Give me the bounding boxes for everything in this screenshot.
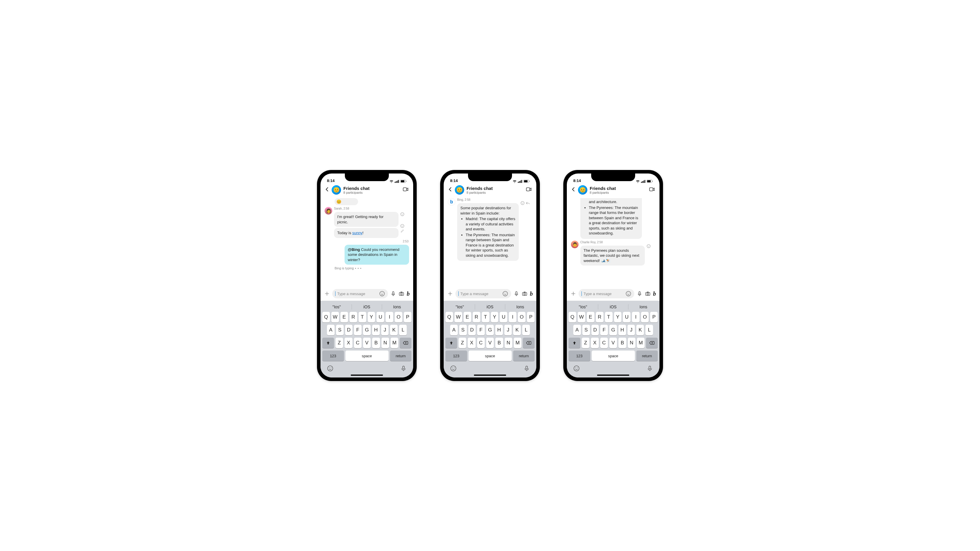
return-key[interactable]: return — [513, 351, 535, 361]
key-q[interactable]: Q — [445, 312, 453, 322]
reply-icon[interactable] — [526, 201, 530, 205]
react-icon[interactable] — [647, 244, 651, 248]
suggestion[interactable]: "Ios" — [568, 305, 598, 309]
shift-key[interactable] — [445, 338, 457, 348]
key-r[interactable]: R — [473, 312, 480, 322]
key-r[interactable]: R — [596, 312, 603, 322]
key-j[interactable]: J — [504, 325, 512, 335]
key-s[interactable]: S — [336, 325, 344, 335]
key-b[interactable]: B — [372, 338, 380, 348]
camera-button[interactable] — [399, 291, 404, 297]
back-button[interactable] — [571, 187, 576, 193]
chat-avatar[interactable]: 😊 — [578, 185, 587, 195]
key-v[interactable]: V — [363, 338, 371, 348]
key-f[interactable]: F — [600, 325, 608, 335]
key-a[interactable]: A — [573, 325, 581, 335]
key-k[interactable]: K — [390, 325, 398, 335]
key-m[interactable]: M — [391, 338, 398, 348]
delete-key[interactable] — [400, 338, 411, 348]
key-e[interactable]: E — [340, 312, 348, 322]
chat-avatar[interactable]: 😊 — [455, 185, 464, 195]
kb-emoji-button[interactable] — [450, 365, 457, 373]
key-e[interactable]: E — [587, 312, 594, 322]
key-b[interactable]: B — [619, 338, 626, 348]
key-g[interactable]: G — [486, 325, 494, 335]
key-v[interactable]: V — [609, 338, 617, 348]
bing-button[interactable]: b — [530, 291, 533, 297]
shift-key[interactable] — [322, 338, 334, 348]
key-o[interactable]: O — [641, 312, 649, 322]
mic-button[interactable] — [514, 291, 519, 297]
return-key[interactable]: return — [636, 351, 658, 361]
key-i[interactable]: I — [632, 312, 640, 322]
space-key[interactable]: space — [592, 351, 635, 361]
space-key[interactable]: space — [345, 351, 388, 361]
kb-mic-button[interactable] — [523, 365, 530, 373]
key-z[interactable]: Z — [582, 338, 589, 348]
key-k[interactable]: K — [513, 325, 521, 335]
edit-icon[interactable] — [400, 229, 404, 233]
message-input[interactable]: Type a message — [332, 289, 388, 299]
key-j[interactable]: J — [381, 325, 389, 335]
key-l[interactable]: L — [522, 325, 530, 335]
suggestion[interactable]: iOS — [475, 305, 505, 309]
message-bubble[interactable]: I'm great!! Getting ready for picnic. — [334, 212, 399, 227]
key-c[interactable]: C — [477, 338, 485, 348]
key-g[interactable]: G — [363, 325, 371, 335]
message-input[interactable]: Type a message — [579, 289, 634, 299]
key-t[interactable]: T — [359, 312, 366, 322]
suggestion[interactable]: Ions — [628, 305, 658, 309]
home-indicator[interactable] — [351, 375, 383, 376]
key-m[interactable]: M — [637, 338, 644, 348]
numeric-key[interactable]: 123 — [445, 351, 467, 361]
key-a[interactable]: A — [327, 325, 334, 335]
key-o[interactable]: O — [518, 312, 525, 322]
key-p[interactable]: P — [527, 312, 535, 322]
key-y[interactable]: Y — [491, 312, 498, 322]
key-o[interactable]: O — [395, 312, 402, 322]
mic-button[interactable] — [636, 291, 643, 297]
home-indicator[interactable] — [474, 375, 506, 376]
add-button[interactable] — [447, 291, 453, 297]
video-call-button[interactable] — [402, 186, 409, 194]
key-z[interactable]: Z — [336, 338, 343, 348]
avatar-bing[interactable]: b — [448, 198, 455, 206]
key-k[interactable]: K — [636, 325, 644, 335]
key-n[interactable]: N — [505, 338, 512, 348]
numeric-key[interactable]: 123 — [322, 351, 344, 361]
react-icon[interactable] — [520, 201, 525, 205]
back-button[interactable] — [448, 187, 452, 193]
message-bubble[interactable]: Some popular destinations for winter in … — [457, 203, 519, 261]
key-z[interactable]: Z — [459, 338, 466, 348]
add-button[interactable] — [570, 291, 576, 297]
key-s[interactable]: S — [459, 325, 467, 335]
key-y[interactable]: Y — [368, 312, 375, 322]
space-key[interactable]: space — [469, 351, 512, 361]
key-q[interactable]: Q — [322, 312, 330, 322]
key-g[interactable]: G — [609, 325, 617, 335]
key-p[interactable]: P — [404, 312, 411, 322]
shift-key[interactable] — [569, 338, 580, 348]
kb-mic-button[interactable] — [400, 365, 407, 373]
message-bubble[interactable]: Today is sunny! — [334, 228, 399, 238]
video-call-button[interactable] — [649, 186, 655, 194]
key-t[interactable]: T — [605, 312, 612, 322]
key-r[interactable]: R — [350, 312, 357, 322]
chat-title-block[interactable]: Friends chat 8 participants — [466, 186, 523, 194]
key-l[interactable]: L — [399, 325, 407, 335]
key-v[interactable]: V — [486, 338, 494, 348]
delete-key[interactable] — [646, 338, 658, 348]
camera-button[interactable] — [522, 291, 528, 297]
message-input[interactable]: Type a message — [455, 289, 511, 299]
add-button[interactable] — [324, 291, 330, 297]
chat-title-block[interactable]: Friends chat 8 participants — [344, 186, 400, 194]
key-i[interactable]: I — [509, 312, 516, 322]
key-f[interactable]: F — [354, 325, 361, 335]
suggestion[interactable]: Ions — [505, 305, 535, 309]
key-w[interactable]: W — [331, 312, 339, 322]
delete-key[interactable] — [523, 338, 535, 348]
bing-button[interactable]: b — [653, 291, 656, 297]
key-c[interactable]: C — [354, 338, 361, 348]
key-t[interactable]: T — [482, 312, 489, 322]
key-d[interactable]: D — [345, 325, 353, 335]
